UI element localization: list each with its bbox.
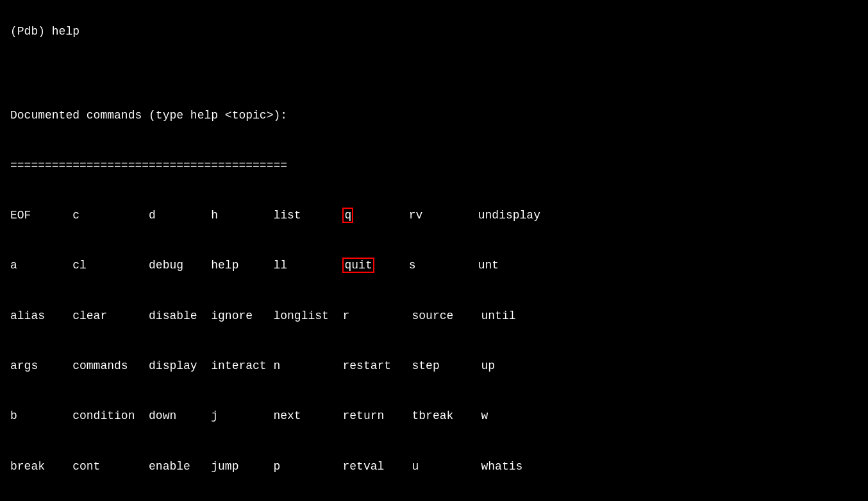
line-documented-commands: Documented commands (type help <topic>): xyxy=(10,109,287,122)
highlight-q: q xyxy=(342,208,353,223)
highlight-quit: quit xyxy=(342,258,374,273)
cmd-row-3: alias clear disable ignore longlist r so… xyxy=(10,309,516,322)
terminal-output: (Pdb) help Documented commands (type hel… xyxy=(10,6,858,501)
cmd-row-1: EOF c d h list q rv undisplay xyxy=(10,208,540,223)
cmd-row-6: break cont enable jump p retval u whatis xyxy=(10,460,522,473)
cmd-row-5: b condition down j next return tbreak w xyxy=(10,409,488,422)
line-pdb-help: (Pdb) help xyxy=(10,25,79,38)
line-separator-1: ======================================== xyxy=(10,159,287,172)
cmd-row-2: a cl debug help ll quit s unt xyxy=(10,258,499,273)
cmd-row-4: args commands display interact n restart… xyxy=(10,359,495,372)
